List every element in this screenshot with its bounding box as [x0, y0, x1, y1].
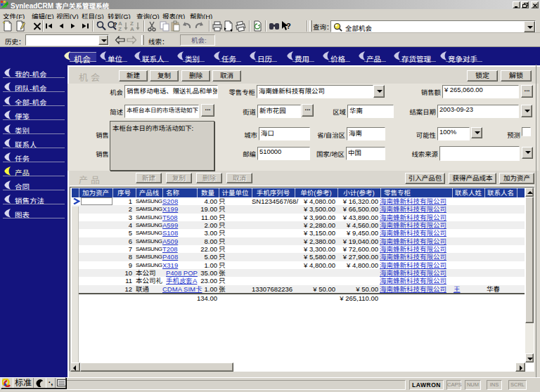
svg-text:A: A	[130, 26, 134, 32]
svg-text:?: ?	[286, 22, 291, 30]
svg-text:?: ?	[113, 21, 117, 28]
svg-text:Z: Z	[118, 26, 122, 32]
